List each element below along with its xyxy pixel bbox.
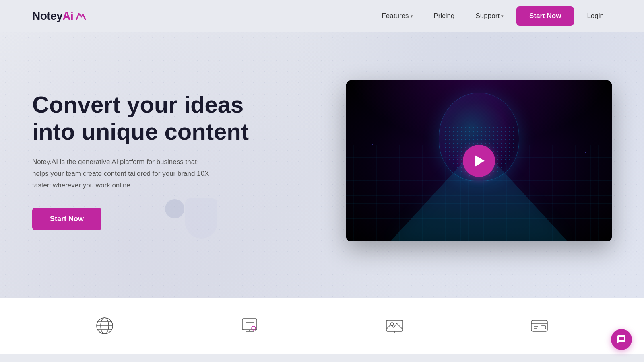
editor-icon bbox=[237, 314, 262, 338]
hero-deco-shape bbox=[185, 198, 217, 239]
feature-item-media bbox=[322, 314, 467, 338]
video-player[interactable] bbox=[346, 80, 612, 241]
feature-item-card bbox=[467, 314, 612, 338]
card-icon bbox=[527, 314, 551, 338]
nav-support[interactable]: Support ▾ bbox=[468, 7, 512, 25]
nav-pricing[interactable]: Pricing bbox=[426, 7, 463, 25]
hero-start-now-button[interactable]: Start Now bbox=[32, 208, 101, 230]
logo-text-notey: Notey bbox=[32, 10, 62, 23]
logo-icon bbox=[74, 10, 87, 23]
hero-deco-circle bbox=[165, 199, 184, 218]
globe-icon bbox=[93, 314, 117, 338]
hero-description: Notey.AI is the generative AI platform f… bbox=[32, 156, 209, 191]
navbar: NoteyAi Features ▾ Pricing Support ▾ Sta… bbox=[0, 0, 644, 32]
features-strip bbox=[0, 298, 644, 354]
feature-item-global bbox=[32, 314, 177, 338]
hero-section: Convert your ideas into unique content N… bbox=[0, 32, 644, 298]
svg-rect-5 bbox=[242, 319, 257, 330]
nav-features[interactable]: Features ▾ bbox=[374, 7, 421, 25]
nav-start-now-button[interactable]: Start Now bbox=[516, 6, 574, 26]
chat-icon bbox=[617, 335, 626, 344]
play-triangle-icon bbox=[475, 155, 485, 167]
svg-rect-12 bbox=[386, 320, 402, 331]
play-button[interactable] bbox=[463, 145, 495, 177]
nav-login-button[interactable]: Login bbox=[579, 7, 612, 25]
hero-media bbox=[274, 80, 612, 241]
svg-rect-20 bbox=[541, 326, 546, 329]
media-icon bbox=[382, 314, 407, 338]
logo[interactable]: NoteyAi bbox=[32, 10, 87, 23]
hero-title: Convert your ideas into unique content bbox=[32, 91, 274, 145]
features-chevron-icon: ▾ bbox=[411, 14, 413, 19]
nav-links: Features ▾ Pricing Support ▾ Start Now L… bbox=[374, 6, 612, 26]
hero-content: Convert your ideas into unique content N… bbox=[32, 91, 274, 230]
feature-item-editor bbox=[177, 314, 322, 338]
logo-text-ai: Ai bbox=[62, 10, 73, 23]
chat-support-button[interactable] bbox=[611, 329, 632, 350]
support-chevron-icon: ▾ bbox=[501, 14, 504, 19]
